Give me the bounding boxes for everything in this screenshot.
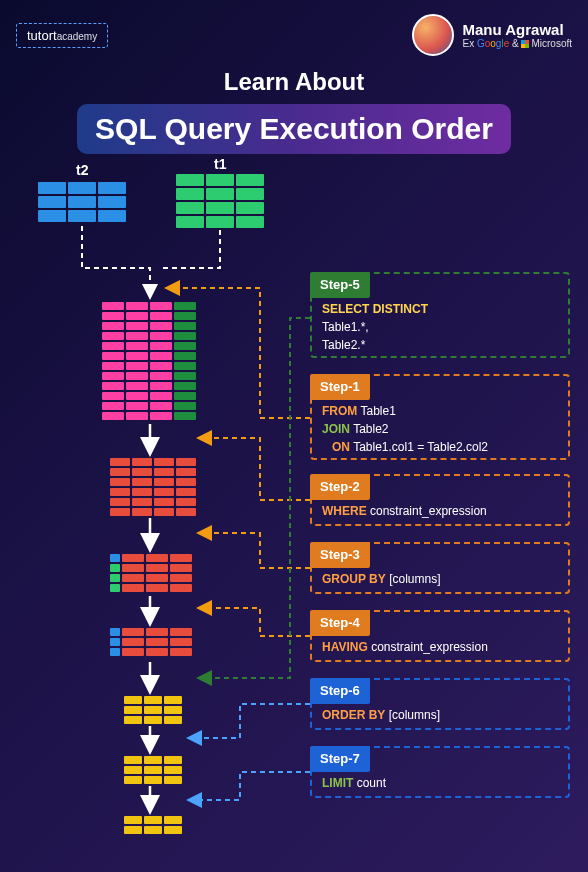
step-1-box: Step-1 FROM Table1 JOIN Table2 ON Table1… [310,374,570,460]
step-1-tag: Step-1 [310,374,370,400]
brand-logo: tutortacademy [16,23,108,48]
avatar [412,14,454,56]
step-2-tag: Step-2 [310,474,370,500]
title-line1: Learn About [0,68,588,96]
step-5-box: Step-5 SELECT DISTINCT Table1.*, Table2.… [310,272,570,358]
author-name: Manu Agrawal [462,21,572,38]
brand-main: tutort [27,28,57,43]
select-table [124,696,182,724]
author-block: Manu Agrawal Ex Google & Microsoft [412,14,572,56]
brand-sub: academy [57,31,98,42]
label-t1: t1 [214,156,226,172]
table-t1 [176,174,264,228]
step-7-tag: Step-7 [310,746,370,772]
joined-table [102,302,196,420]
diagram-canvas: t2 t1 [0,168,588,872]
step-7-box: Step-7 LIMIT count [310,746,570,798]
step-6-tag: Step-6 [310,678,370,704]
groupby-table [110,554,192,592]
microsoft-icon [521,40,529,48]
step-3-tag: Step-3 [310,542,370,568]
step-3-box: Step-3 GROUP BY [columns] [310,542,570,594]
title-block: Learn About SQL Query Execution Order [0,68,588,154]
author-subtitle: Ex Google & Microsoft [462,38,572,50]
order-table [124,756,182,784]
step-5-tag: Step-5 [310,272,370,298]
where-table [110,458,196,516]
step-6-box: Step-6 ORDER BY [columns] [310,678,570,730]
label-t2: t2 [76,162,88,178]
table-t2 [38,182,126,222]
having-table [110,628,192,656]
limit-table [124,816,182,834]
author-text: Manu Agrawal Ex Google & Microsoft [462,21,572,50]
step-4-box: Step-4 HAVING constraint_expression [310,610,570,662]
title-pill: SQL Query Execution Order [77,104,511,154]
step-2-box: Step-2 WHERE constraint_expression [310,474,570,526]
title-line2: SQL Query Execution Order [95,112,493,145]
header: tutortacademy Manu Agrawal Ex Google & M… [0,0,588,62]
step-4-tag: Step-4 [310,610,370,636]
